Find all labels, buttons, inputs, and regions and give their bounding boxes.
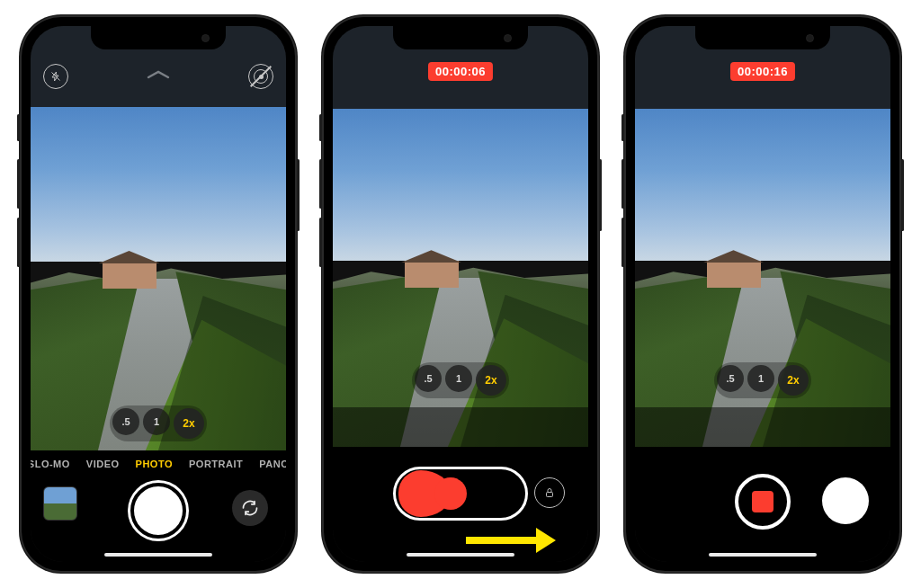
zoom-control[interactable]: .5 1 2x xyxy=(714,362,811,398)
mode-video[interactable]: VIDEO xyxy=(86,459,120,469)
quicktake-drag-control[interactable] xyxy=(393,467,528,521)
shutter-button[interactable] xyxy=(130,483,186,539)
viewfinder[interactable]: .5 1 2x xyxy=(333,109,588,447)
still-capture-button[interactable] xyxy=(822,477,869,524)
flash-off-icon[interactable] xyxy=(43,64,68,89)
side-button xyxy=(901,159,904,231)
camera-flip-button[interactable] xyxy=(232,490,268,526)
notch xyxy=(91,26,226,49)
recording-timer: 00:00:16 xyxy=(730,62,795,81)
iphone-frame-1: .5 1 2x SLO-MO VIDEO PHOTO PORTRAIT PANO xyxy=(20,15,297,573)
mode-photo[interactable]: PHOTO xyxy=(136,459,173,469)
viewfinder[interactable]: .5 1 2x xyxy=(635,109,890,447)
home-indicator[interactable] xyxy=(709,553,817,557)
zoom-1x[interactable]: 1 xyxy=(143,408,170,435)
lock-target[interactable] xyxy=(534,477,565,508)
chevron-up-icon[interactable] xyxy=(146,67,171,78)
zoom-control[interactable]: .5 1 2x xyxy=(412,362,509,398)
last-photo-thumbnail[interactable] xyxy=(43,486,77,521)
mode-pano[interactable]: PANO xyxy=(259,459,286,469)
volume-up-button xyxy=(17,159,20,209)
iphone-frame-2: 00:00:06 .5 1 2x xyxy=(322,15,599,573)
stop-square-icon xyxy=(752,491,773,512)
iphone-frame-3: 00:00:16 .5 1 2x xyxy=(624,15,901,573)
zoom-2x[interactable]: 2x xyxy=(778,365,809,396)
scene-house xyxy=(707,261,761,288)
side-button xyxy=(297,159,300,231)
drag-right-arrow-icon xyxy=(466,531,556,549)
scene-house xyxy=(103,262,156,289)
notch xyxy=(695,26,830,49)
home-indicator[interactable] xyxy=(407,553,514,557)
screen-3: 00:00:16 .5 1 2x xyxy=(635,26,890,562)
stop-record-button[interactable] xyxy=(735,474,791,530)
zoom-0-5x[interactable]: .5 xyxy=(112,408,139,435)
volume-down-button xyxy=(17,218,20,267)
zoom-0-5x[interactable]: .5 xyxy=(415,365,442,392)
scene-sky xyxy=(635,109,890,261)
viewfinder[interactable]: .5 1 2x xyxy=(31,107,286,450)
mode-selector[interactable]: SLO-MO VIDEO PHOTO PORTRAIT PANO xyxy=(31,450,286,477)
mode-portrait[interactable]: PORTRAIT xyxy=(189,459,243,469)
svg-rect-1 xyxy=(547,493,553,497)
scene-sky xyxy=(31,107,286,262)
screen-1: .5 1 2x SLO-MO VIDEO PHOTO PORTRAIT PANO xyxy=(31,26,286,562)
mode-slomo[interactable]: SLO-MO xyxy=(31,459,70,469)
camera-bottom-bar xyxy=(635,447,890,562)
volume-down-button xyxy=(621,218,624,267)
volume-up-button xyxy=(621,159,624,209)
live-photo-off-icon[interactable] xyxy=(248,64,273,89)
volume-down-button xyxy=(319,218,322,267)
recording-timer: 00:00:06 xyxy=(428,62,493,81)
zoom-2x[interactable]: 2x xyxy=(174,408,204,439)
volume-up-button xyxy=(319,159,322,209)
camera-bottom-bar xyxy=(31,477,286,562)
mute-switch xyxy=(319,114,322,141)
side-button xyxy=(599,159,602,231)
scene-sky xyxy=(333,109,588,261)
zoom-0-5x[interactable]: .5 xyxy=(717,365,744,392)
screen-2: 00:00:06 .5 1 2x xyxy=(333,26,588,562)
home-indicator[interactable] xyxy=(104,553,212,557)
zoom-1x[interactable]: 1 xyxy=(747,365,774,392)
camera-bottom-bar xyxy=(333,447,588,562)
zoom-2x[interactable]: 2x xyxy=(476,365,506,396)
viewfinder-bottom-overlay xyxy=(333,407,588,447)
mute-switch xyxy=(17,114,20,141)
notch xyxy=(393,26,528,49)
zoom-1x[interactable]: 1 xyxy=(445,365,472,392)
mute-switch xyxy=(621,114,624,141)
zoom-control[interactable]: .5 1 2x xyxy=(110,405,207,441)
scene-house xyxy=(405,261,459,288)
viewfinder-bottom-overlay xyxy=(635,407,890,447)
